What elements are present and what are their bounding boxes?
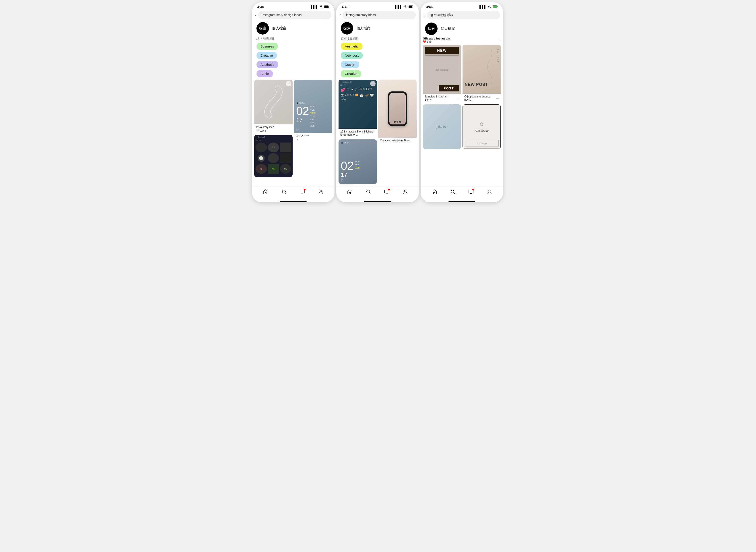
search-bar-row-3: ‹ ig 限時動態 模板 [421, 10, 503, 22]
svg-rect-6 [409, 6, 412, 8]
time-1: 4:45 [257, 5, 264, 9]
tiktok-date-02-2: 02 [341, 160, 354, 171]
svg-rect-1 [324, 6, 328, 8]
signal-icon-3: ▌▌▌ [479, 5, 487, 9]
col-left-1: 📱 TikTok 02 17 MON. TUE. WED. THU. [294, 80, 332, 184]
more-btn-template[interactable]: ··· [456, 96, 459, 100]
pill-newpost-2[interactable]: New post [341, 52, 363, 59]
search-bar-row-1: ‹ instagram story design ideas [252, 10, 334, 21]
search-bar-2[interactable]: instagram story ideas [342, 11, 416, 19]
svg-point-4 [320, 190, 322, 192]
back-button-2[interactable]: ‹ [339, 13, 341, 17]
card-add-image[interactable]: ✿ Add image Add image [463, 104, 501, 149]
nav-chat-2[interactable] [384, 189, 390, 196]
col-right-1: ··· Insta story idea 🤍 9,764 ← forestek [254, 80, 293, 184]
card-title-tiktok: CARA KAY [296, 134, 330, 138]
pill-creative-2[interactable]: Creative [341, 70, 361, 78]
4g-label: 4G [488, 5, 491, 8]
wifi-icon-2 [404, 5, 407, 9]
card-footer-new-post: Оформление анонса поста ··· [463, 94, 501, 103]
more-btn-gifs[interactable]: ··· [497, 38, 501, 42]
svg-rect-11 [493, 6, 497, 8]
nav-search-3[interactable] [450, 189, 455, 196]
phone-3: 3:46 ▌▌▌ 4G ‹ ig 限時動態 模板 探索 個人檔案 Gif [421, 2, 503, 202]
home-bar-1 [280, 201, 307, 202]
template-new-text: NEW [437, 49, 447, 53]
pill-creative[interactable]: Creative [257, 52, 277, 59]
card-new-post[interactable]: NEW POST NEW POST Оформление анонса пост… [463, 44, 501, 103]
more-btn-igstickers[interactable]: ··· [370, 81, 375, 86]
content-grid-1: ··· Insta story idea 🤍 9,764 ← forestek [252, 80, 334, 186]
nav-profile-1[interactable] [318, 189, 324, 196]
card-scurve[interactable]: ··· Insta story idea 🤍 9,764 [254, 80, 293, 133]
col-right-3: NEW POST NEW POST Оформление анонса пост… [463, 44, 501, 149]
add-image-frame-text: Add image [476, 142, 487, 145]
nav-home-3[interactable] [432, 189, 437, 196]
nav-search-1[interactable] [281, 189, 287, 196]
card-tiktok-2[interactable]: 📱 TikTok 02 17 MON. TUE. WED. [338, 139, 377, 184]
pill-selfie[interactable]: Selfie [257, 70, 273, 78]
battery-icon-3 [493, 5, 498, 9]
card-footer-scurve: Insta story idea 🤍 9,764 [254, 124, 293, 133]
tab-profile-1[interactable]: 個人檔案 [272, 26, 286, 31]
signal-icon-1: ▌▌▌ [311, 5, 318, 9]
temp-2: 30° [341, 179, 374, 182]
tab-explore-3[interactable]: 探索 [425, 22, 438, 35]
wifi-icon-1 [319, 5, 323, 9]
card-photo[interactable]: photo [423, 104, 461, 149]
svg-line-8 [369, 193, 370, 194]
nav-profile-2[interactable] [403, 189, 408, 196]
time-3: 3:46 [426, 5, 433, 9]
col-right-2: ← vipapier ✕ GIPHY 💕 ♡ ✿ ♡ Bonita Face! … [338, 80, 377, 184]
card-ig-stickers[interactable]: ← vipapier ✕ GIPHY 💕 ♡ ✿ ♡ Bonita Face! … [338, 80, 377, 138]
photo-text: photo [436, 124, 448, 130]
template-frame: sua foto aqui [425, 55, 459, 84]
more-btn-scurve[interactable]: ··· [286, 81, 291, 86]
tab-explore-1[interactable]: 探索 [257, 22, 269, 34]
tab-profile-2[interactable]: 個人檔案 [356, 26, 370, 31]
filter-pills-1: Business Creative Aesthetic Selfie [252, 42, 334, 80]
add-image-inner: ✿ Add image Add image [463, 104, 501, 149]
more-btn-new-post[interactable]: ··· [496, 96, 499, 100]
template-frame-text: sua foto aqui [436, 69, 448, 71]
nav-search-2[interactable] [366, 189, 371, 196]
template-post-text: POST [444, 87, 454, 90]
phone-1: 4:45 ▌▌▌ ‹ instagram story design ideas … [252, 2, 334, 202]
tab-explore-2[interactable]: 探索 [341, 22, 353, 34]
tabs-row-2: 探索 個人檔案 [336, 21, 419, 36]
search-bar-3[interactable]: ig 限時動態 模板 [427, 11, 500, 19]
card-likes-tiktok: ··· [296, 138, 330, 141]
card-template[interactable]: NEW sua foto aqui POST Template Inst [423, 44, 461, 103]
status-bar-3: 3:46 ▌▌▌ 4G [421, 2, 503, 10]
status-bar-2: 4:42 ▌▌▌ [336, 2, 419, 10]
card-title-igstickers: 12 Instagram Story Stickers to Search fo… [340, 130, 375, 136]
add-image-frame: Add image [465, 140, 499, 147]
search-bar-1[interactable]: instagram story design ideas [258, 11, 331, 19]
back-button-3[interactable]: ‹ [424, 13, 425, 18]
gifs-user-info: Gifs para Instagram ❤️ 333 [423, 37, 450, 43]
back-button-1[interactable]: ‹ [255, 13, 257, 17]
pill-design-2[interactable]: Design [341, 61, 359, 68]
nav-chat-1[interactable] [300, 189, 305, 196]
nav-home-2[interactable] [347, 189, 352, 196]
nav-home-1[interactable] [263, 189, 268, 196]
chat-dot-1 [304, 189, 306, 190]
card-giphy[interactable]: ← forestek GIPHY ?? ⚪ 🫦 🌿 NE [254, 135, 293, 177]
battery-icon-1 [324, 5, 329, 9]
pill-aesthetic-2[interactable]: Aesthetic [341, 42, 362, 50]
col-left-2: Creative Instagram Story... [378, 80, 417, 184]
nav-chat-3[interactable] [468, 189, 474, 196]
card-title-template: Template Instagram | Story [425, 95, 456, 101]
nav-profile-3[interactable] [487, 189, 492, 196]
flower-icon: ✿ [480, 121, 484, 127]
card-phone-hand[interactable]: Creative Instagram Story... [378, 80, 417, 144]
days-list-2: MON. TUE. WED. [355, 160, 360, 169]
card-photo-inner: photo [423, 104, 461, 149]
card-footer-tiktok: CARA KAY ··· [294, 133, 332, 142]
card-tiktok-1[interactable]: 📱 TikTok 02 17 MON. TUE. WED. THU. [294, 80, 332, 142]
pill-business[interactable]: Business [257, 42, 278, 50]
home-bar-2 [364, 201, 391, 202]
status-right-2: ▌▌▌ [395, 5, 414, 9]
tab-profile-3[interactable]: 個人檔案 [441, 26, 455, 31]
pill-aesthetic[interactable]: Aesthetic [257, 61, 278, 68]
